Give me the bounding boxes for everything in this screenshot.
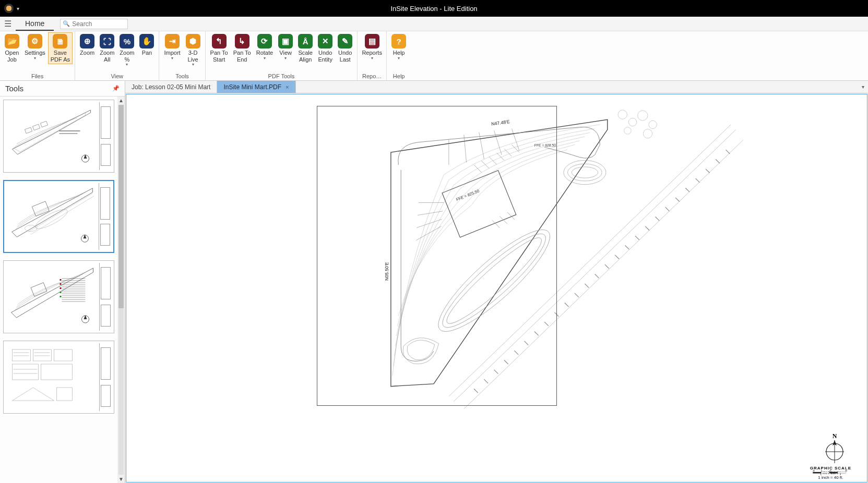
tab-overflow-menu[interactable]: ▾ <box>858 81 868 93</box>
import-button[interactable]: ⇥ Import ▾ <box>161 32 183 62</box>
svg-line-63 <box>645 226 649 231</box>
thumbnail-page-4[interactable] <box>3 341 114 414</box>
save-pdf-as-button[interactable]: 🗎 Save PDF As <box>48 32 73 64</box>
svg-point-74 <box>638 111 648 120</box>
thumbnail-page-1[interactable] <box>3 100 114 173</box>
chevron-down-icon: ▾ <box>371 56 373 61</box>
main-area: Tools 📌 <box>0 81 868 483</box>
thumbnail-page-2[interactable] <box>3 180 114 253</box>
reports-button[interactable]: ▤ Reports ▾ <box>360 32 384 62</box>
svg-rect-27 <box>60 287 62 289</box>
svg-point-92 <box>568 164 602 181</box>
app-menu-icon[interactable]: ☰ <box>0 19 16 29</box>
undo-last-icon: ✎ <box>338 34 352 49</box>
svg-line-100 <box>418 211 443 215</box>
zoom-all-button[interactable]: ⛶ Zoom All <box>97 32 117 64</box>
settings-button[interactable]: ⚙ Settings ▾ <box>22 32 48 62</box>
thumbnail-page-3[interactable] <box>3 260 114 333</box>
view-pdf-button[interactable]: ▣ View ▾ <box>276 32 295 62</box>
zoom-percent-icon: % <box>120 34 134 49</box>
chevron-down-icon: ▾ <box>34 56 36 61</box>
thumbnail-list <box>0 96 117 483</box>
open-job-button[interactable]: 📂 Open Job <box>2 32 22 64</box>
zoom-button[interactable]: ⊕ Zoom <box>77 32 97 58</box>
svg-line-62 <box>635 236 639 240</box>
thumbnail-scrollbar[interactable]: ▲ ▼ <box>117 96 125 483</box>
ribbon-group-help: ? Help ▾ Help <box>387 31 411 80</box>
svg-rect-31 <box>13 349 31 361</box>
svg-line-86 <box>500 216 507 224</box>
help-icon: ? <box>391 34 406 49</box>
search-icon: 🔍 <box>61 20 72 27</box>
svg-line-81 <box>489 157 496 164</box>
svg-text:0: 0 <box>821 470 822 472</box>
pin-icon[interactable]: 📌 <box>112 85 120 92</box>
svg-rect-34 <box>13 364 39 380</box>
folder-open-icon: 📂 <box>5 34 19 49</box>
tab-label: Job: Lesson 02-05 Mini Mart <box>132 83 210 91</box>
svg-text:80: 80 <box>845 470 847 472</box>
help-button[interactable]: ? Help ▾ <box>389 32 409 62</box>
svg-line-6 <box>28 194 92 232</box>
3d-live-button[interactable]: ⬢ 3-D Live ▾ <box>183 32 203 68</box>
ribbon-group-reports: ▤ Reports ▾ Repo… <box>358 31 387 80</box>
svg-line-66 <box>675 198 680 202</box>
scroll-track[interactable] <box>118 105 124 475</box>
ribbon-search[interactable]: 🔍 <box>60 19 128 29</box>
svg-line-56 <box>575 293 579 297</box>
ribbon-group-pdf-tools: ↰ Pan To Start ↳ Pan To End ⟳ Rotate ▾ ▣… <box>206 31 358 80</box>
ribbon-group-files: 📂 Open Job ⚙ Settings ▾ 🗎 Save PDF As Fi… <box>0 31 75 80</box>
svg-rect-32 <box>33 349 52 361</box>
svg-line-64 <box>655 216 659 221</box>
chevron-down-icon: ▾ <box>126 63 128 67</box>
tab-home[interactable]: Home <box>16 17 54 31</box>
tab-label: InSite Mini Mart.PDF <box>223 83 281 91</box>
svg-line-80 <box>482 161 489 168</box>
scroll-down-icon[interactable]: ▼ <box>118 475 124 483</box>
app-title: InSite Elevation - Lite Edition <box>390 5 477 13</box>
graphic-scale: GRAPHIC SCALE 400 4080 ( IN FEET ) 1 inc… <box>810 466 851 480</box>
svg-line-98 <box>512 129 519 151</box>
svg-line-49 <box>504 360 508 364</box>
pan-button[interactable]: ✋ Pan <box>137 32 157 58</box>
svg-rect-33 <box>54 349 73 361</box>
svg-point-93 <box>572 167 598 178</box>
tab-pdf[interactable]: InSite Mini Mart.PDF × <box>217 81 295 93</box>
svg-point-72 <box>618 110 627 119</box>
svg-line-70 <box>716 159 720 163</box>
pan-to-end-button[interactable]: ↳ Pan To End <box>231 32 254 64</box>
svg-line-53 <box>544 322 549 326</box>
svg-line-84 <box>512 144 519 152</box>
svg-line-54 <box>554 312 558 317</box>
pdf-viewport[interactable]: N47.48'E N05.50'E FFE = 825.50 FFE = 828… <box>126 94 867 482</box>
zoom-percent-button[interactable]: % Zoom % ▾ <box>117 32 137 68</box>
close-icon[interactable]: × <box>286 84 289 90</box>
svg-line-67 <box>685 188 689 192</box>
tab-job[interactable]: Job: Lesson 02-05 Mini Mart <box>125 81 217 93</box>
undo-entity-button[interactable]: ✕ Undo Entity <box>315 32 335 64</box>
undo-last-button[interactable]: ✎ Undo Last <box>335 32 355 64</box>
scroll-thumb[interactable] <box>118 105 124 308</box>
rotate-button[interactable]: ⟳ Rotate ▾ <box>254 32 276 62</box>
tools-panel-header: Tools 📌 <box>0 81 125 96</box>
report-icon: ▤ <box>365 34 379 49</box>
svg-line-45 <box>464 140 744 409</box>
svg-line-68 <box>696 178 700 183</box>
svg-rect-114 <box>838 472 846 474</box>
site-plan-drawing: N47.48'E N05.50'E FFE = 825.50 FFE = 828… <box>126 94 867 482</box>
quick-access-dropdown[interactable]: ▾ <box>17 6 19 11</box>
pan-to-start-button[interactable]: ↰ Pan To Start <box>208 32 231 64</box>
svg-point-77 <box>643 129 652 138</box>
svg-rect-35 <box>41 364 73 380</box>
scroll-up-icon[interactable]: ▲ <box>118 96 124 104</box>
svg-point-75 <box>649 120 657 128</box>
save-pdf-icon: 🗎 <box>53 34 67 49</box>
svg-line-52 <box>534 331 539 335</box>
svg-point-73 <box>628 118 636 126</box>
svg-text:40: 40 <box>813 470 815 472</box>
pan-start-icon: ↰ <box>212 34 227 49</box>
scale-align-button[interactable]: Å Scale Align <box>295 32 315 64</box>
search-input[interactable] <box>72 20 119 28</box>
ribbon-group-tools: ⇥ Import ▾ ⬢ 3-D Live ▾ Tools <box>159 31 205 80</box>
svg-line-65 <box>665 207 670 211</box>
